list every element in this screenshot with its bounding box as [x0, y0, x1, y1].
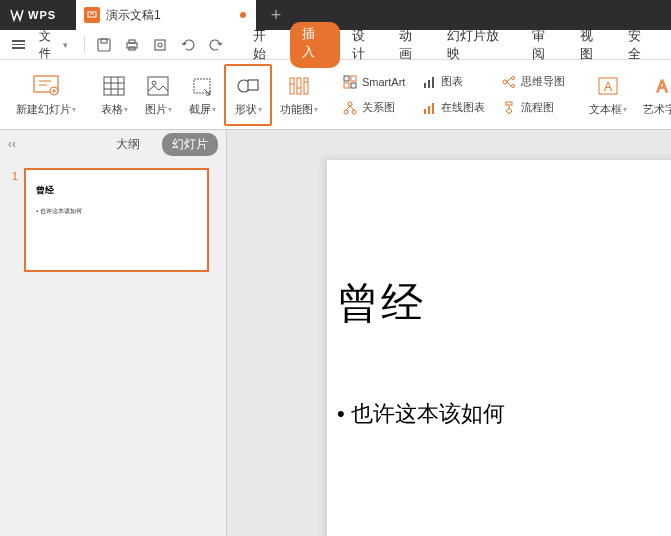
presentation-icon: [84, 7, 100, 23]
shape-button[interactable]: 形状: [224, 64, 272, 126]
svg-point-34: [348, 102, 352, 106]
smartart-button[interactable]: SmartArt: [338, 71, 409, 93]
svg-rect-31: [351, 76, 356, 81]
new-slide-label: 新建幻灯片: [16, 102, 76, 117]
svg-rect-40: [428, 80, 430, 88]
online-chart-icon: [421, 100, 437, 116]
textbox-button[interactable]: A 文本框: [581, 64, 635, 126]
svg-rect-25: [297, 78, 301, 94]
slide-title[interactable]: 曾经: [337, 275, 671, 331]
document-tab-label: 演示文稿1: [106, 7, 161, 24]
svg-point-45: [503, 80, 507, 84]
thumb-body: • 也许这本该如何: [36, 207, 197, 216]
slide-panel: ‹‹ 大纲 幻灯片 1 曾经 • 也许这本该如何: [0, 130, 227, 536]
svg-text:A: A: [657, 78, 668, 95]
tab-slideshow[interactable]: 幻灯片放映: [437, 22, 521, 68]
online-chart-button[interactable]: 在线图表: [417, 97, 489, 119]
table-icon: [100, 72, 128, 100]
tab-review[interactable]: 审阅: [522, 22, 568, 68]
canvas-area[interactable]: 曾经 • 也许这本该如何: [227, 130, 671, 536]
outline-tab[interactable]: 大纲: [106, 133, 150, 156]
svg-rect-33: [351, 83, 356, 88]
hamburger-menu-button[interactable]: [8, 36, 29, 53]
slides-tab[interactable]: 幻灯片: [162, 133, 218, 156]
shape-label: 形状: [235, 102, 262, 117]
chart-button[interactable]: 图表: [417, 71, 489, 93]
function-chart-icon: [285, 72, 313, 100]
svg-line-49: [507, 82, 511, 86]
svg-rect-39: [424, 83, 426, 88]
redo-icon[interactable]: [207, 36, 225, 54]
wordart-button[interactable]: A 艺术字: [635, 64, 671, 126]
slide-thumbnail[interactable]: 曾经 • 也许这本该如何: [24, 168, 209, 272]
relation-chart-button[interactable]: 关系图: [338, 97, 409, 119]
undo-icon[interactable]: [179, 36, 197, 54]
mindmap-button[interactable]: 思维导图: [497, 71, 569, 93]
relation-icon: [342, 100, 358, 116]
save-icon[interactable]: [95, 36, 113, 54]
svg-point-20: [152, 81, 156, 85]
svg-line-37: [346, 106, 350, 110]
slide-body[interactable]: • 也许这本该如何: [337, 399, 671, 429]
image-label: 图片: [145, 102, 172, 117]
svg-rect-6: [155, 40, 165, 50]
svg-rect-41: [432, 77, 434, 88]
shape-icon: [234, 72, 262, 100]
smartart-label: SmartArt: [362, 76, 405, 88]
file-menu[interactable]: 文件: [33, 24, 74, 66]
svg-rect-30: [344, 76, 349, 81]
textbox-label: 文本框: [589, 102, 627, 117]
tab-design[interactable]: 设计: [342, 22, 388, 68]
smartart-icon: [342, 74, 358, 90]
app-name-label: WPS: [28, 9, 56, 21]
function-chart-button[interactable]: 功能图: [272, 64, 326, 126]
table-label: 表格: [101, 102, 128, 117]
svg-rect-21: [194, 79, 210, 93]
collapse-panel-button[interactable]: ‹‹: [8, 137, 16, 151]
screenshot-icon: [188, 72, 216, 100]
svg-point-46: [512, 76, 515, 79]
screenshot-button[interactable]: 截屏: [180, 64, 224, 126]
ribbon: 新建幻灯片 表格 图片 截屏 形状 功能图 SmartArt 关系图 图表: [0, 60, 671, 130]
new-slide-button[interactable]: 新建幻灯片: [8, 64, 84, 126]
flowchart-button[interactable]: 流程图: [497, 97, 569, 119]
tab-view[interactable]: 视图: [570, 22, 616, 68]
thumb-title: 曾经: [36, 184, 197, 197]
menubar: 文件 开始 插入 设计 动画 幻灯片放映 审阅 视图 安全: [0, 30, 671, 60]
wordart-icon: A: [648, 72, 671, 100]
svg-rect-19: [148, 77, 168, 95]
svg-rect-50: [506, 102, 512, 105]
textbox-icon: A: [594, 72, 622, 100]
svg-line-38: [350, 106, 354, 110]
tab-animation[interactable]: 动画: [389, 22, 435, 68]
slide-number: 1: [12, 170, 18, 272]
svg-rect-2: [101, 39, 107, 43]
function-chart-label: 功能图: [280, 102, 318, 117]
document-tab[interactable]: 演示文稿1: [76, 0, 256, 30]
mindmap-label: 思维导图: [521, 74, 565, 89]
print-preview-icon[interactable]: [151, 36, 169, 54]
new-slide-icon: [32, 72, 60, 100]
svg-rect-42: [424, 109, 426, 114]
svg-text:A: A: [604, 80, 612, 94]
svg-rect-26: [304, 78, 308, 94]
relation-label: 关系图: [362, 100, 395, 115]
screenshot-label: 截屏: [189, 102, 216, 117]
svg-rect-23: [248, 80, 258, 90]
slide[interactable]: 曾经 • 也许这本该如何: [327, 160, 671, 536]
svg-rect-14: [104, 77, 124, 95]
svg-rect-43: [428, 106, 430, 114]
table-button[interactable]: 表格: [92, 64, 136, 126]
svg-point-35: [344, 110, 348, 114]
svg-rect-44: [432, 103, 434, 114]
ribbon-tabs: 开始 插入 设计 动画 幻灯片放映 审阅 视图 安全: [243, 22, 663, 68]
tab-security[interactable]: 安全: [618, 22, 664, 68]
svg-rect-24: [290, 78, 294, 94]
svg-point-36: [352, 110, 356, 114]
chart-label: 图表: [441, 74, 463, 89]
unsaved-indicator-icon: [240, 12, 246, 18]
image-button[interactable]: 图片: [136, 64, 180, 126]
svg-point-7: [158, 43, 162, 47]
tab-insert[interactable]: 插入: [290, 22, 340, 68]
print-icon[interactable]: [123, 36, 141, 54]
